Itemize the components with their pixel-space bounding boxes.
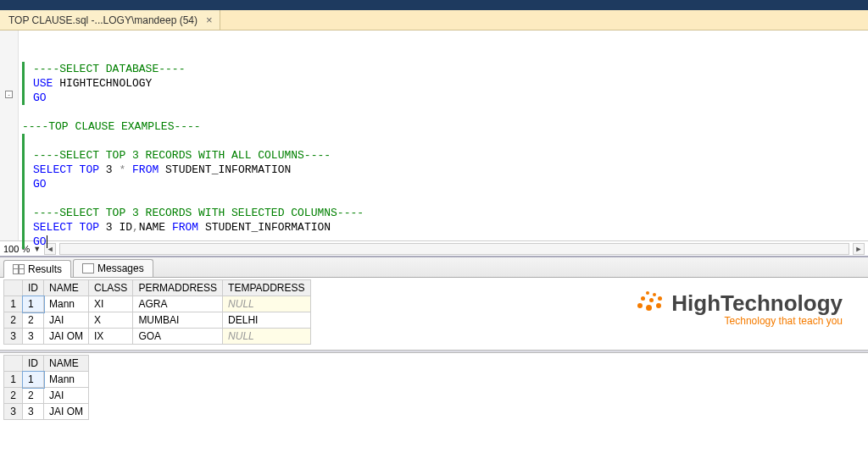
code-keyword: TOP (73, 221, 99, 234)
row-number: 1 (4, 296, 23, 312)
table-row[interactable]: 2 2 JAI (4, 388, 89, 404)
table-row[interactable]: 1 1 Mann (4, 372, 89, 388)
code-ident: STUDENT_INFORMATION (159, 163, 291, 176)
results-table[interactable]: ID NAME 1 1 Mann 2 2 JAI 3 3 JAI OM (3, 355, 89, 420)
column-header[interactable]: ID (23, 356, 44, 372)
table-corner (4, 280, 23, 296)
column-header[interactable]: CLASS (89, 280, 133, 296)
code-keyword: GO (33, 91, 47, 104)
table-corner (4, 356, 23, 372)
code-keyword: SELECT (33, 163, 73, 176)
code-keyword: FROM (125, 163, 159, 176)
column-header[interactable]: PERMADDRESS (133, 280, 223, 296)
zoom-bar: 100 % ▼ ◄ ► (0, 240, 868, 256)
collapse-icon[interactable]: - (5, 91, 13, 98)
code-ident: NAME (139, 221, 172, 234)
code-keyword: FROM (172, 221, 198, 234)
row-number: 3 (4, 329, 23, 345)
result-grid-2: ID NAME 1 1 Mann 2 2 JAI 3 3 JAI OM (0, 353, 868, 425)
cell[interactable]: XI (89, 296, 133, 312)
cell[interactable]: JAI (44, 312, 89, 329)
code-keyword: GO (33, 178, 47, 191)
cell[interactable]: 3 (23, 404, 44, 420)
column-header[interactable]: ID (23, 280, 44, 296)
editor-gutter: - (0, 30, 19, 240)
code-keyword: USE (33, 77, 53, 90)
cell[interactable]: MUMBAI (133, 312, 223, 329)
cell[interactable]: JAI (44, 388, 89, 404)
column-header[interactable]: NAME (44, 280, 89, 296)
cell[interactable]: 3 (23, 329, 44, 345)
code-literal: 3 (99, 163, 119, 176)
row-number: 1 (4, 372, 23, 388)
results-area: Results Messages ID NAME CLASS PERMADDRE… (0, 256, 868, 425)
code-comment: ----SELECT TOP 3 RECORDS WITH SELECTED C… (33, 207, 364, 219)
document-tab-strip: TOP CLAUSE.sql -...LOGY\mandeep (54) × (0, 10, 868, 30)
tab-label: TOP CLAUSE.sql -...LOGY\mandeep (54) (8, 14, 198, 26)
cell[interactable]: 2 (23, 312, 44, 329)
code-pane[interactable]: ----SELECT DATABASE---- USE HIGHTECHNOLO… (19, 30, 868, 240)
cell[interactable]: JAI OM (44, 329, 89, 345)
message-icon (82, 263, 94, 273)
grid-icon (13, 264, 25, 274)
cell[interactable]: X (89, 312, 133, 329)
code-comma: , (132, 221, 139, 234)
cell[interactable]: Mann (44, 372, 89, 388)
cell[interactable]: IX (89, 329, 133, 345)
cell[interactable]: JAI OM (44, 404, 89, 420)
table-row[interactable]: 1 1 Mann XI AGRA NULL (4, 296, 311, 312)
cell[interactable]: 2 (23, 388, 44, 404)
logo-icon (637, 291, 666, 317)
document-tab[interactable]: TOP CLAUSE.sql -...LOGY\mandeep (54) × (0, 10, 220, 30)
column-header[interactable]: TEMPADDRESS (223, 280, 310, 296)
cell[interactable]: Mann (44, 296, 89, 312)
column-header[interactable]: NAME (44, 356, 89, 372)
cell[interactable]: 1 (23, 372, 44, 388)
cell[interactable]: AGRA (133, 296, 223, 312)
horizontal-scrollbar[interactable] (59, 243, 849, 255)
tab-label: Results (28, 263, 62, 275)
code-literal: 3 ID (99, 221, 132, 234)
results-table[interactable]: ID NAME CLASS PERMADDRESS TEMPADDRESS 1 … (3, 279, 311, 345)
code-keyword: GO (33, 235, 47, 248)
code-ident: STUDENT_INFORMATION (198, 221, 331, 234)
code-keyword: SELECT (33, 221, 73, 234)
sql-editor[interactable]: - ----SELECT DATABASE---- USE HIGHTECHNO… (0, 30, 868, 240)
table-row[interactable]: 3 3 JAI OM IX GOA NULL (4, 329, 311, 345)
table-row[interactable]: 2 2 JAI X MUMBAI DELHI (4, 312, 311, 329)
cell[interactable]: GOA (133, 329, 223, 345)
code-ident: HIGHTECHNOLOGY (53, 77, 152, 90)
table-row[interactable]: 3 3 JAI OM (4, 404, 89, 420)
result-grid-1: ID NAME CLASS PERMADDRESS TEMPADDRESS 1 … (0, 278, 868, 350)
code-keyword: TOP (73, 163, 99, 176)
row-number: 3 (4, 404, 23, 420)
code-comment: ----SELECT TOP 3 RECORDS WITH ALL COLUMN… (33, 149, 331, 162)
cell-null[interactable]: NULL (223, 329, 310, 345)
cell[interactable]: DELHI (223, 312, 310, 329)
logo-text: HighTechnology (671, 290, 843, 317)
cell[interactable]: 1 (23, 296, 44, 312)
close-icon[interactable]: × (204, 14, 214, 26)
row-number: 2 (4, 388, 23, 404)
row-number: 2 (4, 312, 23, 329)
tab-results[interactable]: Results (3, 260, 71, 278)
watermark-logo: HighTechnology Technology that teach you (637, 290, 843, 327)
logo-tagline: Technology that teach you (637, 315, 843, 327)
cell-null[interactable]: NULL (223, 296, 310, 312)
code-comment: ----SELECT DATABASE---- (33, 63, 185, 75)
text-cursor (47, 235, 47, 248)
code-comment: ----TOP CLAUSE EXAMPLES---- (22, 120, 201, 133)
window-titlebar (0, 0, 868, 10)
